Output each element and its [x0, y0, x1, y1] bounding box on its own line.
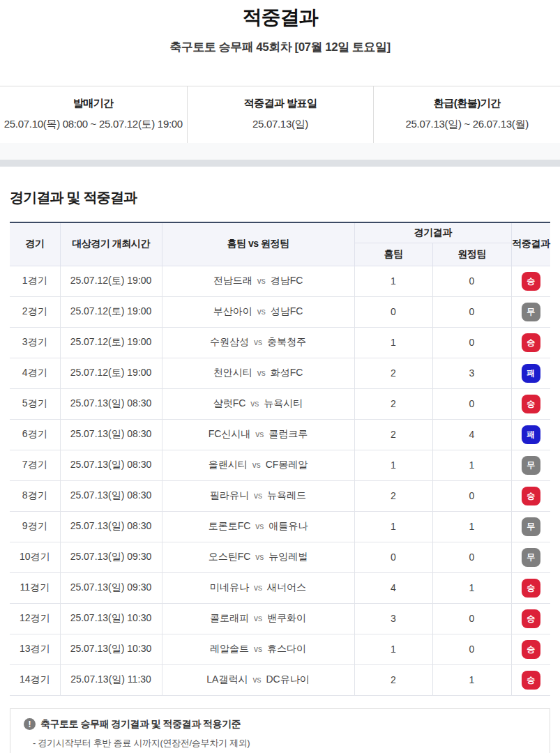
- hit-result-cell: 무: [511, 450, 550, 480]
- home-team-name: 전남드래: [213, 275, 252, 286]
- match-datetime-cell: 25.07.13(일) 08:30: [60, 419, 162, 450]
- result-badge: 승: [522, 640, 540, 659]
- home-score-cell: 0: [354, 296, 432, 327]
- match-number-cell: 5경기: [10, 388, 60, 419]
- home-team-name: 토론토FC: [209, 520, 251, 531]
- hit-result-cell: 승: [511, 327, 550, 358]
- round-info-strip: 발매기간 25.07.10(목) 08:00 ~ 25.07.12(토) 19:…: [0, 86, 560, 143]
- teams-cell: 부산아이vs성남FC: [162, 296, 354, 327]
- result-badge: 패: [522, 425, 540, 444]
- away-team-name: 뉴잉레벌: [268, 551, 308, 562]
- vs-label: vs: [254, 583, 262, 593]
- result-badge: 무: [522, 456, 540, 475]
- hit-result-cell: 패: [511, 358, 550, 388]
- info-label: 환급(환불)기간: [374, 97, 560, 110]
- away-score-cell: 4: [432, 419, 511, 450]
- col-header-match-result: 경기결과: [354, 222, 511, 243]
- info-label: 적중결과 발표일: [188, 97, 374, 110]
- away-score-cell: 0: [432, 634, 511, 664]
- col-header-match: 경기: [10, 222, 60, 266]
- away-team-name: DC유나이: [266, 674, 309, 685]
- table-row: 11경기25.07.13(일) 09:30미네유나vs새너어스41승: [10, 572, 550, 603]
- table-row: 6경기25.07.13(일) 08:30FC신시내vs콜럼크루24패: [10, 419, 550, 450]
- vs-label: vs: [254, 614, 262, 623]
- home-score-cell: 1: [354, 266, 432, 296]
- match-datetime-cell: 25.07.13(일) 08:30: [60, 388, 162, 419]
- info-value: 25.07.10(목) 08:00 ~ 25.07.12(토) 19:00: [0, 118, 187, 131]
- results-table: 경기 대상경기 개최시간 홈팀 vs 원정팀 경기결과 적중결과 홈팀 원정팀 …: [10, 222, 550, 696]
- match-number-cell: 8경기: [10, 480, 60, 511]
- match-datetime-cell: 25.07.13(일) 10:30: [60, 603, 162, 634]
- info-refund-period: 환급(환불)기간 25.07.13(일) ~ 26.07.13(월): [373, 86, 560, 143]
- home-score-cell: 2: [354, 419, 432, 450]
- teams-cell: 콜로래피vs밴쿠화이: [162, 603, 354, 634]
- home-team-name: 천안시티: [213, 367, 252, 378]
- away-score-cell: 0: [432, 296, 511, 327]
- hit-result-cell: 승: [511, 664, 550, 695]
- col-header-teams: 홈팀 vs 원정팀: [162, 222, 354, 266]
- table-row: 2경기25.07.12(토) 19:00부산아이vs성남FC00무: [10, 296, 550, 327]
- hit-result-cell: 무: [511, 511, 550, 542]
- away-team-name: 충북청주: [267, 336, 306, 347]
- vs-label: vs: [254, 644, 262, 654]
- table-row: 3경기25.07.12(토) 19:00수원삼성vs충북청주10승: [10, 327, 550, 358]
- home-team-name: 필라유니: [210, 489, 249, 501]
- away-team-name: 애틀유나: [268, 520, 308, 531]
- table-row: 4경기25.07.12(토) 19:00천안시티vs화성FC23패: [10, 358, 550, 388]
- teams-cell: 샬럿FCvs뉴욕시티: [162, 388, 354, 419]
- away-team-name: 뉴욕시티: [264, 397, 303, 409]
- col-header-hit-result: 적중결과: [511, 222, 550, 266]
- home-score-cell: 3: [354, 603, 432, 634]
- match-number-cell: 4경기: [10, 358, 60, 388]
- hit-result-cell: 패: [511, 419, 550, 450]
- away-score-cell: 0: [432, 266, 511, 296]
- home-score-cell: 1: [354, 450, 432, 480]
- vs-label: vs: [255, 552, 264, 562]
- away-team-name: 콜럼크루: [268, 428, 308, 439]
- home-score-cell: 2: [354, 358, 432, 388]
- away-team-name: 뉴욕레드: [267, 489, 306, 501]
- match-number-cell: 1경기: [10, 266, 60, 296]
- hit-result-cell: 무: [511, 296, 550, 327]
- info-value: 25.07.13(일) ~ 26.07.13(월): [374, 118, 560, 131]
- table-row: 9경기25.07.13(일) 08:30토론토FCvs애틀유나11무: [10, 511, 550, 542]
- vs-label: vs: [255, 429, 264, 439]
- home-team-name: LA갤럭시: [206, 674, 248, 685]
- match-datetime-cell: 25.07.12(토) 19:00: [60, 266, 162, 296]
- info-value: 25.07.13(일): [188, 118, 374, 131]
- away-score-cell: 0: [432, 388, 511, 419]
- teams-cell: 전남드래vs경남FC: [162, 266, 354, 296]
- vs-label: vs: [252, 675, 261, 685]
- result-badge: 승: [522, 395, 540, 413]
- away-team-name: 화성FC: [271, 367, 303, 378]
- away-score-cell: 1: [432, 511, 511, 542]
- home-score-cell: 2: [354, 388, 432, 419]
- hit-result-cell: 승: [511, 480, 550, 511]
- result-badge: 승: [522, 333, 540, 352]
- match-number-cell: 6경기: [10, 419, 60, 450]
- home-team-name: 수원삼성: [210, 336, 249, 347]
- home-score-cell: 2: [354, 480, 432, 511]
- result-badge: 승: [522, 671, 540, 690]
- result-badge: 무: [522, 303, 540, 321]
- match-number-cell: 13경기: [10, 634, 60, 664]
- match-datetime-cell: 25.07.13(일) 08:30: [60, 450, 162, 480]
- info-sale-period: 발매기간 25.07.10(목) 08:00 ~ 25.07.12(토) 19:…: [0, 86, 187, 143]
- results-section-heading: 경기결과 및 적중결과: [10, 188, 550, 207]
- result-badge: 패: [522, 364, 540, 383]
- away-team-name: 성남FC: [271, 305, 303, 317]
- match-number-cell: 14경기: [10, 664, 60, 695]
- result-badge: 무: [522, 517, 540, 536]
- main-content: 경기결과 및 적중결과 경기 대상경기 개최시간 홈팀 vs 원정팀 경기결과 …: [0, 188, 560, 696]
- section-divider-light: [0, 143, 560, 160]
- hit-result-cell: 승: [511, 388, 550, 419]
- teams-cell: LA갤럭시vsDC유나이: [162, 664, 354, 695]
- home-score-cell: 1: [354, 327, 432, 358]
- vs-label: vs: [254, 337, 262, 347]
- teams-cell: FC신시내vs콜럼크루: [162, 419, 354, 450]
- away-score-cell: 0: [432, 480, 511, 511]
- note-detail-line: - 경기시작부터 후반 종료 시까지(연장전/승부차기 제외): [24, 737, 536, 750]
- away-score-cell: 0: [432, 603, 511, 634]
- away-score-cell: 0: [432, 542, 511, 572]
- hit-result-cell: 승: [511, 634, 550, 664]
